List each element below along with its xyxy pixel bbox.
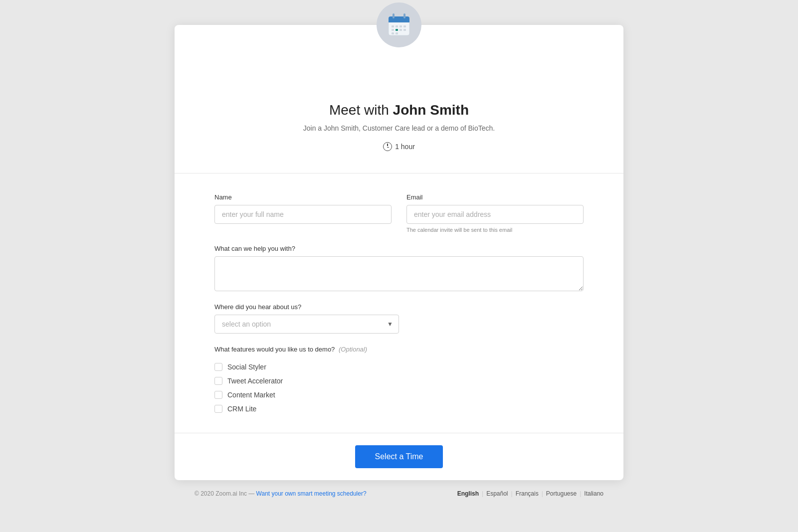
page-title: Meet with John Smith [195,102,603,118]
svg-rect-4 [403,13,405,18]
crm-lite-checkbox[interactable] [214,405,222,413]
svg-rect-12 [403,29,406,31]
header-subtitle: Join a John Smith, Customer Care lead or… [195,124,603,132]
list-item[interactable]: Social Styler [214,363,584,371]
form-section: Name Email The calendar invite will be s… [175,174,623,433]
svg-rect-5 [392,25,394,27]
optional-label: (Optional) [339,346,367,353]
main-card: Meet with John Smith Join a John Smith, … [175,25,623,480]
features-label: What features would you like us to demo?… [214,346,584,353]
svg-rect-11 [399,29,402,31]
copyright-text: © 2020 Zoom.ai Inc — [195,490,254,497]
hear-label: Where did you hear about us? [214,303,584,311]
email-input[interactable] [406,205,584,224]
footer: © 2020 Zoom.ai Inc — Want your own smart… [175,480,623,507]
footer-link[interactable]: Want your own smart meeting scheduler? [256,490,367,497]
tweet-accelerator-checkbox[interactable] [214,377,222,385]
hear-group: Where did you hear about us? select an o… [214,303,584,334]
clock-icon [383,142,392,151]
social-styler-label: Social Styler [227,363,266,371]
list-item[interactable]: Content Market [214,391,584,399]
checkbox-group: Social Styler Tweet Accelerator Content … [214,363,584,413]
content-market-checkbox[interactable] [214,391,222,399]
svg-rect-2 [389,20,409,22]
email-group: Email The calendar invite will be sent t… [406,193,584,233]
lang-espanol[interactable]: Español [486,490,508,497]
email-label: Email [406,193,584,201]
footer-left: © 2020 Zoom.ai Inc — Want your own smart… [195,490,367,497]
duration-text: 1 hour [395,143,415,151]
lang-francais[interactable]: Français [516,490,539,497]
hear-select-wrapper: select an option Google Twitter Facebook… [214,315,399,334]
content-market-label: Content Market [227,391,275,399]
help-group: What can we help you with? [214,245,584,291]
svg-rect-8 [403,25,406,27]
lang-portuguese[interactable]: Portuguese [546,490,577,497]
lang-english[interactable]: English [457,490,479,497]
help-textarea[interactable] [214,256,584,291]
svg-rect-9 [392,29,394,31]
email-hint: The calendar invite will be sent to this… [406,227,584,233]
svg-rect-13 [392,32,394,34]
list-item[interactable]: Tweet Accelerator [214,377,584,385]
name-label: Name [214,193,392,201]
help-label: What can we help you with? [214,245,584,252]
social-styler-checkbox[interactable] [214,363,222,371]
svg-rect-6 [396,25,398,27]
svg-rect-7 [399,25,402,27]
button-section: Select a Time [175,433,623,480]
crm-lite-label: CRM Lite [227,405,256,413]
svg-rect-10 [396,29,398,31]
hear-select[interactable]: select an option Google Twitter Facebook… [214,315,399,334]
avatar-icon [377,2,421,47]
name-email-row: Name Email The calendar invite will be s… [214,193,584,233]
name-input[interactable] [214,205,392,224]
calendar-icon [387,12,411,37]
lang-italiano[interactable]: Italiano [584,490,603,497]
footer-right: English | Español | Français | Portugues… [457,490,603,497]
features-group: What features would you like us to demo?… [214,346,584,413]
duration-badge: 1 hour [383,142,415,151]
select-time-button[interactable]: Select a Time [355,445,443,468]
tweet-accelerator-label: Tweet Accelerator [227,377,283,385]
list-item[interactable]: CRM Lite [214,405,584,413]
svg-rect-3 [393,13,395,18]
svg-rect-14 [396,32,398,34]
name-group: Name [214,193,392,233]
